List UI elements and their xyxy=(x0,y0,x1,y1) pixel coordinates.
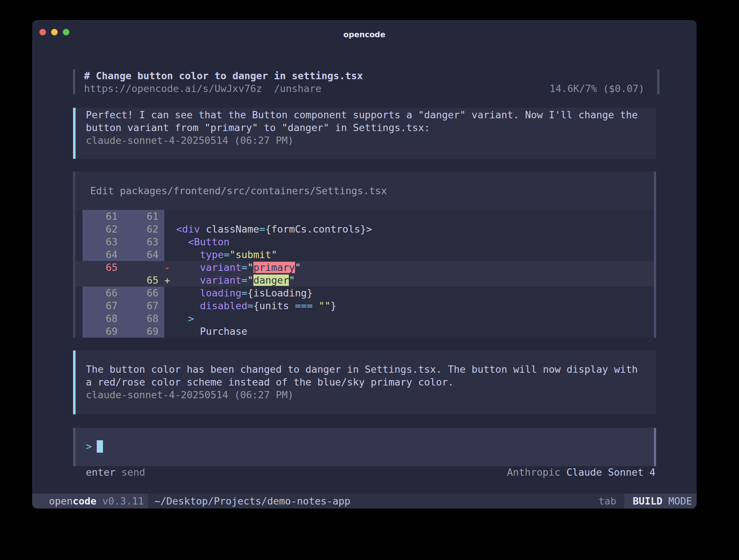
code-segment: = xyxy=(241,275,247,286)
diff-row: 65+ variant="danger" xyxy=(75,274,654,287)
tab-key-hint: tab xyxy=(598,494,616,509)
code-line: Purchase xyxy=(164,325,248,338)
diff-row: 65- variant="primary" xyxy=(75,261,654,274)
spacer xyxy=(560,467,566,478)
code-segment xyxy=(164,287,200,299)
code-segment: Purchase xyxy=(164,326,248,337)
code-line: + variant="danger" xyxy=(164,274,295,287)
model-timestamp: claude-sonnet-4-20250514 (06:27 PM) xyxy=(86,388,294,401)
code-segment: <div xyxy=(176,223,200,235)
code-segment: " xyxy=(289,275,295,286)
app-version: v0.3.11 xyxy=(102,495,144,507)
opencode-window: opencode # Change button color to danger… xyxy=(32,20,697,509)
mode-indicator: BUILD MODE xyxy=(633,494,692,509)
code-segment: = xyxy=(224,249,230,260)
code-segment: {isLoading} xyxy=(248,287,313,299)
unshare-command: /unshare xyxy=(274,83,321,94)
diff-row: 6868 > xyxy=(75,312,654,325)
line-number-new: 69 xyxy=(123,325,164,338)
code-segment xyxy=(170,275,200,286)
code-line: loading={isLoading} xyxy=(164,287,313,299)
mode-suffix: MODE xyxy=(669,495,692,507)
code-line: <Button xyxy=(164,235,230,248)
session-header-border-right xyxy=(657,69,659,94)
code-segment xyxy=(313,300,318,311)
spacer xyxy=(96,495,102,507)
token-usage: 14.6K/7% ($0.07) xyxy=(550,82,644,95)
code-segment xyxy=(164,249,200,260)
model-name: Claude Sonnet 4 xyxy=(566,467,655,478)
titlebar: opencode xyxy=(32,20,697,41)
line-number-old xyxy=(83,274,123,287)
code-segment xyxy=(164,236,188,248)
spacer xyxy=(115,467,121,478)
line-number-old: 65 xyxy=(83,261,123,274)
input-scrollbar xyxy=(654,428,656,466)
diff-row: 6666 loading={isLoading} xyxy=(75,287,654,299)
diff-row: 6161 xyxy=(75,210,654,223)
edit-tool-card: Edit packages/frontend/src/containers/Se… xyxy=(73,172,656,338)
code-segment: <Button xyxy=(188,236,230,248)
code-segment: type xyxy=(200,249,224,260)
diff-row: 6262 <div className={formCs.controls}> xyxy=(75,223,654,235)
line-number-old: 64 xyxy=(83,248,123,261)
code-line: type="submit" xyxy=(164,248,277,261)
mode-name: BUILD xyxy=(633,495,662,507)
line-number-old: 63 xyxy=(83,235,123,248)
code-line: - variant="primary" xyxy=(164,261,301,274)
working-directory: ~/Desktop/Projects/demo-notes-app xyxy=(154,494,350,509)
line-number-new: 63 xyxy=(123,235,164,248)
code-segment xyxy=(164,300,200,311)
prompt-input[interactable]: > xyxy=(73,428,656,466)
app-version-segment: opencode v0.3.11 xyxy=(32,494,148,509)
window-title: opencode xyxy=(32,30,697,39)
message-text: button variant from "primary" to "danger… xyxy=(86,121,430,134)
code-segment: {formCs.controls}> xyxy=(265,223,372,235)
code-segment: loading xyxy=(200,287,242,299)
line-number-old: 66 xyxy=(83,287,123,299)
line-number-old: 68 xyxy=(83,312,123,325)
line-number-old: 61 xyxy=(83,210,123,223)
mode-segment[interactable]: BUILD MODE xyxy=(624,494,697,509)
code-line: disabled={units === ""} xyxy=(164,299,336,312)
diff-row: 6969 Purchase xyxy=(75,325,654,338)
code-segment: = xyxy=(248,300,253,311)
code-segment: "submit" xyxy=(230,249,277,260)
session-title: # Change button color to danger in setti… xyxy=(84,69,363,82)
line-number-new: 67 xyxy=(123,299,164,312)
diff-row: 6363 <Button xyxy=(75,235,654,248)
code-segment: primary xyxy=(253,262,295,273)
line-number-old: 69 xyxy=(83,325,123,338)
text-cursor xyxy=(97,440,103,453)
code-segment: " xyxy=(248,262,253,273)
model-timestamp: claude-sonnet-4-20250514 (06:27 PM) xyxy=(86,134,294,147)
code-segment: disabled xyxy=(200,300,248,311)
prompt-chevron-icon: > xyxy=(86,440,92,453)
code-line: <div className={formCs.controls}> xyxy=(164,223,372,235)
message-text: Perfect! I can see that the Button compo… xyxy=(86,108,638,121)
code-segment: === xyxy=(295,300,313,311)
model-indicator: Anthropic Claude Sonnet 4 xyxy=(507,466,655,479)
code-segment: variant xyxy=(200,262,242,273)
code-segment: " xyxy=(248,275,253,286)
line-number-new: 68 xyxy=(123,312,164,325)
code-segment: " xyxy=(295,262,301,273)
line-number-old: 62 xyxy=(83,223,123,235)
line-number-new: 61 xyxy=(123,210,164,223)
code-segment xyxy=(164,313,188,324)
code-segment: - xyxy=(164,262,170,273)
edit-file-header: Edit packages/frontend/src/containers/Se… xyxy=(90,184,387,197)
code-segment: } xyxy=(330,300,336,311)
code-segment: = xyxy=(241,287,247,299)
diff-row: 6767 disabled={units === ""} xyxy=(75,299,654,312)
code-segment: + xyxy=(164,275,170,286)
session-header-border-left xyxy=(73,69,75,94)
assistant-message-2: The button color has been changed to dan… xyxy=(73,350,656,414)
diff-rows: 61616262 <div className={formCs.controls… xyxy=(75,210,654,338)
code-segment: > xyxy=(188,313,194,324)
code-segment: = xyxy=(259,223,265,235)
app-name-version: opencode v0.3.11 xyxy=(49,494,144,509)
prompt-row: > xyxy=(86,440,103,453)
message-text: The button color has been changed to dan… xyxy=(86,363,638,376)
line-number-new xyxy=(123,261,164,274)
